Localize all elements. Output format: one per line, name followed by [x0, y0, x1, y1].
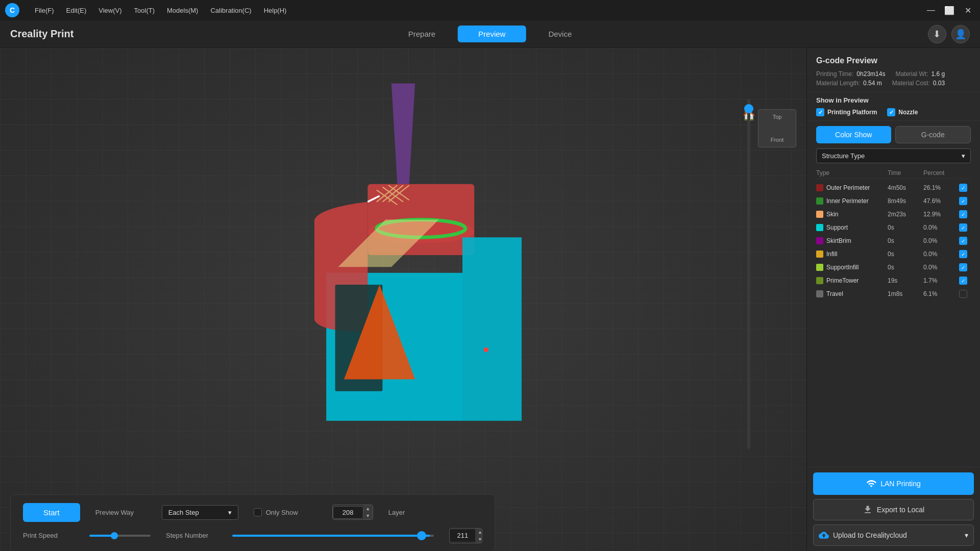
type-rows-container: Outer Perimeter4m50s26.1%✓Inner Perimete… — [816, 181, 971, 300]
download-button[interactable]: ⬇ — [928, 25, 946, 43]
upload-dropdown-arrow-icon: ▾ — [965, 531, 968, 539]
export-to-local-label: Export to Local — [877, 506, 924, 514]
minimize-button[interactable]: — — [924, 3, 938, 17]
structure-type-label: Structure Type — [822, 152, 865, 160]
type-check-cell[interactable]: ✓ — [959, 184, 967, 192]
layer-value-input[interactable] — [333, 506, 363, 519]
type-check-cell[interactable]: ✓ — [959, 277, 967, 285]
type-name-cell: SkirtBrim — [816, 237, 888, 245]
menu-tool[interactable]: Tool(T) — [129, 5, 160, 16]
type-percent-value: 0.0% — [923, 264, 959, 271]
type-percent-value: 0.0% — [923, 251, 959, 258]
maximize-button[interactable]: ⬜ — [942, 3, 957, 17]
layer-down-arrow[interactable]: ▼ — [363, 512, 373, 519]
menu-file[interactable]: File(F) — [30, 5, 59, 16]
type-percent-value: 47.6% — [923, 197, 959, 205]
type-check-cell[interactable]: ✓ — [959, 250, 967, 258]
steps-input-group: ▲ ▼ — [449, 528, 482, 543]
type-check-cell[interactable]: ✓ — [959, 263, 967, 271]
type-row: Skin2m23s12.9%✓ — [816, 208, 971, 221]
menu-models[interactable]: Models(M) — [162, 5, 203, 16]
printing-time-label: Printing Time: — [816, 70, 853, 78]
close-button[interactable]: ✕ — [961, 3, 975, 17]
cloud-upload-icon — [819, 530, 829, 540]
tab-prepare[interactable]: Prepare — [388, 26, 456, 42]
type-check-cell[interactable]: ✓ — [959, 237, 967, 245]
preview-way-dropdown[interactable]: Each Step ▾ — [162, 505, 238, 520]
svg-marker-0 — [391, 84, 415, 184]
type-check-cell[interactable]: ✓ — [959, 223, 967, 232]
structure-type-arrow-icon: ▾ — [962, 152, 965, 160]
type-time-value: 1m8s — [888, 290, 923, 297]
start-button[interactable]: Start — [23, 503, 80, 522]
nozzle-check[interactable]: ✓ Nozzle — [887, 108, 918, 116]
steps-arrows: ▲ ▼ — [475, 529, 482, 543]
type-color-swatch — [816, 197, 823, 205]
type-check-cell[interactable] — [959, 290, 967, 298]
col-percent: Percent — [923, 169, 959, 177]
profile-button[interactable]: 👤 — [951, 25, 970, 43]
structure-type-dropdown[interactable]: Structure Type ▾ — [816, 148, 971, 163]
type-row: PrimeTower19s1.7%✓ — [816, 274, 971, 287]
layer-up-arrow[interactable]: ▲ — [363, 505, 373, 512]
app-logo: C — [5, 3, 19, 17]
menu-calibration[interactable]: Calibration(C) — [205, 5, 256, 16]
material-length-label: Material Length: — [816, 80, 860, 87]
print-speed-slider[interactable] — [89, 535, 151, 537]
steps-down-arrow[interactable]: ▼ — [475, 536, 482, 543]
stat-material-wt: Material Wt: 1.6 g — [895, 70, 945, 78]
preview-way-value: Each Step — [168, 509, 199, 516]
printing-time-value: 0h23m14s — [856, 70, 885, 78]
col-time: Time — [888, 169, 923, 177]
print-speed-label: Print Speed — [23, 532, 74, 539]
type-row: SkirtBrim0s0.0%✓ — [816, 234, 971, 247]
tab-preview[interactable]: Preview — [458, 26, 526, 42]
col-check — [959, 169, 974, 177]
nozzle-checkbox[interactable]: ✓ — [887, 108, 895, 116]
type-name-cell: Skin — [816, 211, 888, 218]
bottom-bar: Start Preview Way Each Step ▾ Only Show … — [0, 495, 806, 551]
printing-platform-checkbox[interactable]: ✓ — [816, 108, 824, 116]
menu-bar: File(F) Edit(E) View(V) Tool(T) Models(M… — [30, 5, 291, 16]
type-name-cell: Support — [816, 224, 888, 232]
stat-material-cost: Material Cost: 0.03 — [892, 80, 945, 87]
type-check-cell[interactable]: ✓ — [959, 210, 967, 218]
type-time-value: 0s — [888, 264, 923, 271]
col-type: Type — [816, 169, 888, 177]
title-bar: C File(F) Edit(E) View(V) Tool(T) Models… — [0, 0, 980, 20]
type-name-label: PrimeTower — [826, 277, 859, 284]
steps-number-slider[interactable] — [232, 535, 434, 537]
tab-device[interactable]: Device — [528, 26, 592, 42]
panel-title: G-code Preview — [807, 48, 980, 70]
menu-help[interactable]: Help(H) — [259, 5, 292, 16]
type-color-swatch — [816, 184, 823, 191]
type-name-label: Support — [826, 224, 848, 231]
steps-up-arrow[interactable]: ▲ — [475, 529, 482, 536]
only-show-checkbox[interactable] — [254, 508, 262, 516]
main-content: 🏠 Top Front — [0, 48, 980, 551]
type-percent-value: 6.1% — [923, 290, 959, 297]
type-table: Type Time Percent Outer Perimeter4m50s26… — [807, 167, 980, 467]
gcode-button[interactable]: G-code — [895, 126, 971, 143]
bottom-panel: Start Preview Way Each Step ▾ Only Show … — [10, 494, 495, 552]
type-name-label: SupportInfill — [826, 264, 859, 271]
upload-label: Upload to Crealitycloud — [833, 531, 907, 539]
steps-value-input[interactable] — [450, 530, 475, 541]
material-wt-label: Material Wt: — [895, 70, 928, 78]
type-time-value: 0s — [888, 251, 923, 258]
lan-printing-button[interactable]: LAN Printing — [813, 472, 974, 495]
type-color-swatch — [816, 264, 823, 271]
material-cost-value: 0.03 — [933, 80, 945, 87]
color-show-button[interactable]: Color Show — [816, 126, 891, 143]
menu-view[interactable]: View(V) — [93, 5, 127, 16]
upload-to-crealitycloud-button[interactable]: Upload to Crealitycloud ▾ — [813, 524, 974, 546]
material-wt-value: 1.6 g — [931, 70, 945, 78]
printing-platform-check[interactable]: ✓ Printing Platform — [816, 108, 877, 116]
material-length-value: 0.54 m — [863, 80, 882, 87]
show-in-preview: Show in Preview ✓ Printing Platform ✓ No… — [807, 92, 980, 121]
menu-edit[interactable]: Edit(E) — [61, 5, 92, 16]
bottom-row-2: Print Speed Steps Number ▲ ▼ — [23, 528, 482, 543]
type-color-swatch — [816, 290, 823, 297]
export-to-local-button[interactable]: Export to Local — [813, 499, 974, 520]
type-check-cell[interactable]: ✓ — [959, 197, 967, 205]
